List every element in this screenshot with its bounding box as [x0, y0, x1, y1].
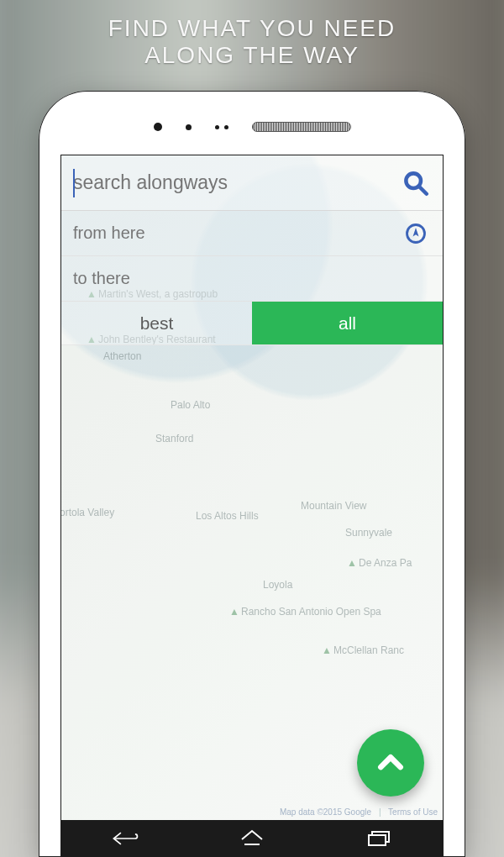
phone-frame: ▲Martin's West, a gastropub▲John Bentley…	[39, 91, 465, 857]
heading-line-2: ALONG THE WAY	[0, 42, 504, 69]
svg-marker-3	[413, 228, 419, 237]
ui-overlay: best all	[61, 155, 443, 857]
sensor-dot	[154, 123, 162, 131]
nav-home-button[interactable]	[235, 827, 269, 850]
tab-best[interactable]: best	[61, 302, 252, 344]
to-input[interactable]	[73, 269, 431, 288]
speaker-grill	[252, 122, 351, 132]
svg-rect-5	[369, 835, 386, 845]
sensor-dot	[186, 124, 192, 130]
recent-apps-icon	[367, 830, 391, 847]
text-cursor	[73, 169, 75, 197]
tab-all[interactable]: all	[252, 302, 443, 344]
tab-all-label: all	[339, 313, 356, 334]
back-icon	[111, 829, 139, 848]
chevron-up-icon	[374, 746, 407, 780]
compass-icon	[404, 222, 428, 245]
heading-line-1: FIND WHAT YOU NEED	[0, 15, 504, 42]
promo-heading: FIND WHAT YOU NEED ALONG THE WAY	[0, 15, 504, 69]
phone-sensors	[39, 119, 465, 134]
to-row	[61, 256, 443, 302]
tab-best-label: best	[140, 313, 174, 334]
search-bar	[61, 155, 443, 211]
search-button[interactable]	[399, 166, 433, 200]
locate-button[interactable]	[401, 218, 431, 249]
filter-tabs: best all	[61, 302, 443, 345]
android-navbar	[61, 820, 443, 857]
phone-screen: ▲Martin's West, a gastropub▲John Bentley…	[60, 155, 444, 857]
home-icon	[239, 829, 265, 848]
sensor-dots	[215, 125, 228, 129]
search-input[interactable]	[73, 171, 399, 194]
from-row	[61, 211, 443, 256]
from-input[interactable]	[73, 223, 401, 243]
svg-line-1	[419, 187, 427, 194]
expand-fab[interactable]	[357, 729, 424, 797]
search-icon	[402, 169, 430, 197]
nav-back-button[interactable]	[108, 827, 142, 850]
nav-recent-button[interactable]	[362, 827, 396, 850]
